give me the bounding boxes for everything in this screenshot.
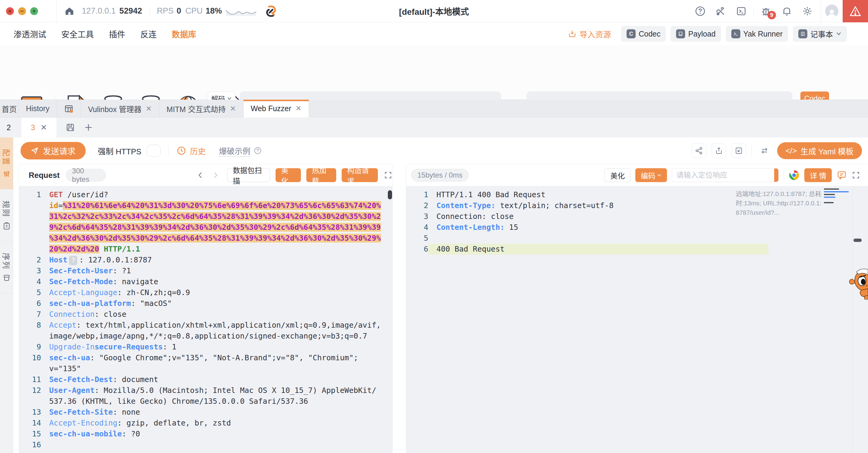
yak-mascot[interactable] [848,267,868,300]
tab-web-fuzzer[interactable]: Web Fuzzer ✕ [244,100,309,118]
window-zoom-button[interactable] [30,7,38,15]
code-line: 13Sec-Fetch-Site: none [19,407,392,418]
subtab-3-active[interactable]: 3 ✕ [22,118,56,138]
divider [168,146,169,155]
main-menubar: 渗透测试 安全工具 插件 反连 数据库 导入资源 C Codec Payload [0,22,868,45]
tab-mitm[interactable]: MITM 交互式劫持 ✕ [159,100,244,118]
cpu-label: CPU [185,6,203,16]
history-clock-icon[interactable] [177,146,186,155]
code-line: 10sec-ch-ua: "Google Chrome";v="135", "N… [19,353,392,374]
save-fuzzer-icon[interactable] [65,123,75,132]
close-icon[interactable]: ✕ [40,123,47,132]
construct-request-button[interactable]: 构造请求 [342,168,378,182]
add-subtab-icon[interactable] [84,123,93,132]
share-button[interactable] [692,144,706,158]
window-minimize-button[interactable] [18,7,26,15]
prev-packet-icon[interactable] [196,171,204,179]
import-to-editor-button[interactable] [732,144,746,158]
response-search-box [672,168,779,182]
history-link[interactable]: 历史 [190,145,206,156]
encode-response-dropdown[interactable]: 编码 [635,168,667,182]
database-tools-strip: History 报告 漏洞 [0,45,868,100]
codec-tool-button[interactable]: C Codec [621,26,666,42]
settings-gear-icon[interactable] [802,6,813,17]
user-avatar[interactable] [825,4,838,18]
help-icon[interactable] [695,6,706,17]
rps-label: RPS [157,6,174,16]
engine-host: 127.0.0.1 [82,6,116,16]
force-https-label: 强制 HTTPS [98,145,141,156]
header-hint-badge: ? [69,256,77,265]
response-minimap[interactable] [824,188,850,205]
window-close-button[interactable] [6,7,14,15]
subtab-2[interactable]: 2 [0,123,18,132]
sidebar-tab-rules[interactable]: 规则 [0,189,13,241]
notification-bell-icon[interactable] [781,6,792,17]
code-line: 4Content-Length: 15 [406,222,868,233]
response-panel: 15bytes / 0ms 美化 编码 [406,164,868,453]
divider [751,146,752,156]
export-button[interactable] [712,144,726,158]
minimap-line [824,188,839,190]
tab-history[interactable]: History [19,100,57,118]
blast-example-link[interactable]: 爆破示例 [219,145,250,156]
bug-icon[interactable]: 9 [760,5,772,17]
request-scrollbar-handle[interactable] [388,190,392,199]
cpu-value: 18% [206,6,222,16]
generate-yaml-button[interactable]: </> 生成 Yaml 模板 [777,142,862,159]
minimap-line [824,191,849,192]
menu-sectools[interactable]: 安全工具 [61,28,94,40]
tab-home[interactable]: 首页 [0,100,19,118]
response-panel-header: 15bytes / 0ms 美化 编码 [406,164,868,186]
beautify-request-button[interactable]: 美 化 [276,168,301,182]
tab-history-icon[interactable] [57,100,81,118]
request-editor[interactable]: 1GET /user/id?id=%31%20%61%6e%64%20%31%3… [19,186,392,453]
code-line: 5Accept-Language: zh-CN,zh;q=0.9 [19,287,392,298]
menu-database[interactable]: 数据库 [172,28,196,40]
code-line: 11Sec-Fetch-Dest: document [19,374,392,385]
fullscreen-request-icon[interactable] [384,171,392,179]
sidebar-tab-sequence[interactable]: 序列 [0,241,13,293]
search-icon[interactable] [774,168,779,182]
cpu-sparkline [225,6,257,16]
swap-req-resp-button[interactable] [757,144,772,158]
payload-tool-button[interactable]: Payload [671,26,721,42]
chevron-down-icon [657,174,661,177]
tab-vulinbox[interactable]: Vulinbox 管理器 ✕ [81,100,159,118]
detail-button[interactable]: 详 情 [804,168,832,182]
response-search-input[interactable] [672,171,774,179]
close-icon[interactable]: ✕ [296,104,302,113]
open-in-chrome-icon[interactable] [788,170,800,181]
force-https-toggle[interactable] [147,145,161,157]
response-scrollbar-handle[interactable] [854,239,862,242]
home-icon[interactable] [64,6,74,16]
import-resource-button[interactable]: 导入资源 [568,28,611,39]
send-request-button[interactable]: 发送请求 [21,142,86,159]
annotation-icon[interactable] [837,170,847,180]
fullscreen-response-icon[interactable] [852,171,860,179]
packet-scan-button[interactable]: 数据包扫描 [227,168,271,182]
code-line: 15sec-ch-ua-mobile: ?0 [19,428,392,440]
minimap-line [824,194,835,195]
engine-port: 52942 [120,6,142,16]
notepad-button[interactable]: 记事本 [793,26,847,42]
yak-runner-button[interactable]: Yak Runner [726,26,788,42]
blast-help-icon[interactable] [254,147,262,155]
code-line: 4Sec-Fetch-Mode: navigate [19,276,392,287]
beautify-response-button[interactable]: 美化 [604,168,630,182]
request-title: Request [29,171,60,180]
response-editor[interactable]: 1HTTP/1.1 400 Bad Request2Content-Type: … [406,186,868,453]
table-icon [64,104,73,113]
tools-icon[interactable] [715,6,726,17]
terminal-icon[interactable] [736,6,747,17]
close-icon[interactable]: ✕ [146,104,152,113]
next-packet-icon[interactable] [212,171,219,179]
menu-pentest[interactable]: 渗透测试 [13,28,46,40]
alert-button[interactable] [843,0,868,22]
close-icon[interactable]: ✕ [230,104,236,113]
code-line: 6400 Bad Request [406,244,868,254]
menu-plugins[interactable]: 插件 [109,28,125,40]
sidebar-tab-config[interactable]: 配置 [0,138,13,189]
menu-reverse[interactable]: 反连 [140,28,157,40]
hotload-button[interactable]: 热加载 [306,168,336,182]
